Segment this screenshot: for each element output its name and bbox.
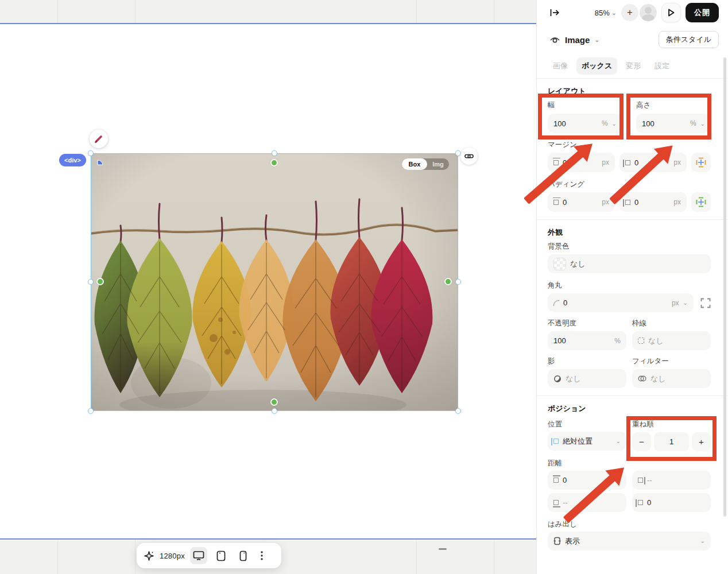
filter-label: フィルター <box>632 357 711 366</box>
link-button[interactable] <box>460 148 478 165</box>
avatar[interactable] <box>640 4 657 21</box>
toggle-img-segment[interactable]: Img <box>427 158 449 170</box>
design-canvas[interactable]: <div> Box Img 1280px <box>0 0 536 574</box>
tab-image[interactable]: 画像 <box>548 57 573 75</box>
toggle-box-segment[interactable]: Box <box>402 158 427 170</box>
margin-h-value: 0 <box>634 158 669 167</box>
padding-horizontal-input[interactable]: 0 px <box>619 192 687 212</box>
margin-detail-button[interactable] <box>691 153 711 172</box>
box-img-toggle[interactable]: Box Img <box>402 158 449 170</box>
resize-handle-bottom-left[interactable] <box>88 408 94 414</box>
z-order-increment-button[interactable]: + <box>692 432 711 451</box>
preview-button[interactable] <box>661 3 681 22</box>
chevron-down-icon[interactable]: ⌄ <box>700 538 705 544</box>
device-phone-button[interactable] <box>235 547 252 564</box>
padding-h-unit: px <box>673 198 681 206</box>
margin-h-unit: px <box>673 158 681 166</box>
padding-vertical-input[interactable]: 0 px <box>548 192 615 212</box>
breakpoint-width: 1280px <box>160 552 185 560</box>
invite-button[interactable]: + <box>621 4 638 21</box>
margin-v-value: 0 <box>563 158 598 167</box>
condition-style-label: 条件スタイル <box>666 34 711 45</box>
edit-button[interactable] <box>90 130 108 148</box>
distance-right-input[interactable]: -- <box>632 471 711 490</box>
radius-input[interactable]: 0 px ⌄ <box>548 293 694 312</box>
shadow-input[interactable]: なし <box>548 369 626 388</box>
sparkle-icon <box>144 550 154 561</box>
spacing-handle-top[interactable] <box>270 159 278 166</box>
margin-horizontal-input[interactable]: 0 px <box>619 153 687 172</box>
filter-icon <box>638 375 646 382</box>
canvas-grid-line <box>416 540 417 574</box>
resize-handle-top-center[interactable] <box>272 150 277 156</box>
canvas-grid-line <box>494 0 494 23</box>
tab-transform[interactable]: 変形 <box>621 57 646 75</box>
position-type-select[interactable]: 絶対位置 ⌄ <box>548 432 626 451</box>
condition-style-button[interactable]: 条件スタイル <box>659 31 719 48</box>
chevron-down-icon[interactable]: ⌄ <box>616 438 621 444</box>
padding-v-value: 0 <box>563 198 598 207</box>
device-desktop-button[interactable] <box>190 547 207 564</box>
element-tag-badge[interactable]: <div> <box>59 154 86 166</box>
chevron-down-icon[interactable]: ⌄ <box>700 121 705 127</box>
zoom-control[interactable]: 85% ⌄ <box>595 9 617 17</box>
shadow-value: なし <box>566 374 581 384</box>
chevron-down-icon[interactable]: ⌄ <box>594 36 599 44</box>
z-order-decrement-button[interactable]: − <box>632 432 651 451</box>
margin-vertical-input[interactable]: 0 px <box>548 153 615 172</box>
opacity-input[interactable]: 100 % <box>548 331 626 350</box>
leaves-image[interactable] <box>91 153 458 411</box>
distance-left-input[interactable]: 0 <box>632 493 711 512</box>
height-input[interactable]: 100 % ⌄ <box>636 114 711 133</box>
tab-settings[interactable]: 設定 <box>649 57 675 75</box>
bg-color-value: なし <box>570 259 586 269</box>
resize-handle-mid-right[interactable] <box>455 279 461 285</box>
phone-icon <box>239 550 247 561</box>
panel-scrollbar[interactable] <box>723 57 726 517</box>
distance-bottom-value: -- <box>563 498 621 507</box>
breakpoint-toolbar[interactable]: 1280px <box>137 543 281 568</box>
bg-color-label: 背景色 <box>548 242 711 251</box>
corner-radius-handle[interactable] <box>96 157 104 168</box>
opacity-label: 不透明度 <box>548 319 626 328</box>
width-input[interactable]: 100 % ⌄ <box>548 114 622 133</box>
visibility-icon[interactable] <box>549 35 560 44</box>
more-options-icon[interactable] <box>261 551 263 560</box>
margin-sides-icon <box>625 160 630 165</box>
corner-expand-icon[interactable] <box>700 298 711 308</box>
element-type-label[interactable]: Image <box>565 35 590 45</box>
chevron-down-icon[interactable]: ⌄ <box>612 121 617 127</box>
overflow-select[interactable]: 表示 ⌄ <box>548 532 711 550</box>
device-tablet-button[interactable] <box>212 547 230 564</box>
padding-detail-button[interactable] <box>691 192 711 212</box>
width-unit: % <box>602 119 608 127</box>
height-unit: % <box>690 119 696 127</box>
spacing-handle-bottom[interactable] <box>270 398 278 406</box>
padding-v-unit: px <box>602 198 609 206</box>
collapse-panel-icon[interactable] <box>549 8 560 17</box>
resize-handle-bottom-center[interactable] <box>272 408 277 414</box>
margin-v-unit: px <box>602 158 609 166</box>
publish-button[interactable]: 公開 <box>686 3 719 22</box>
z-order-value[interactable]: 1 <box>654 432 689 451</box>
bg-color-input[interactable]: なし <box>548 254 711 273</box>
canvas-grid-line <box>416 0 417 23</box>
resize-handle-top-left[interactable] <box>88 150 94 156</box>
pencil-icon <box>94 134 104 144</box>
offset-right-icon <box>638 478 643 483</box>
border-input[interactable]: なし <box>632 331 711 350</box>
resize-handle-bottom-right[interactable] <box>455 408 461 414</box>
opacity-unit: % <box>614 337 621 345</box>
spacing-handle-right[interactable] <box>444 278 452 285</box>
corner-arc-icon <box>553 300 559 306</box>
chevron-down-icon[interactable]: ⌄ <box>683 300 688 306</box>
zoom-level: 85% <box>595 9 610 17</box>
guide-tick <box>439 548 447 550</box>
spacing-handle-left[interactable] <box>96 278 104 285</box>
filter-input[interactable]: なし <box>632 369 711 388</box>
tab-box[interactable]: ボックス <box>576 57 617 75</box>
distance-bottom-input[interactable]: -- <box>548 493 626 512</box>
distance-top-input[interactable]: 0 <box>548 471 626 490</box>
resize-handle-mid-left[interactable] <box>88 279 94 285</box>
distance-left-value: 0 <box>647 498 705 507</box>
